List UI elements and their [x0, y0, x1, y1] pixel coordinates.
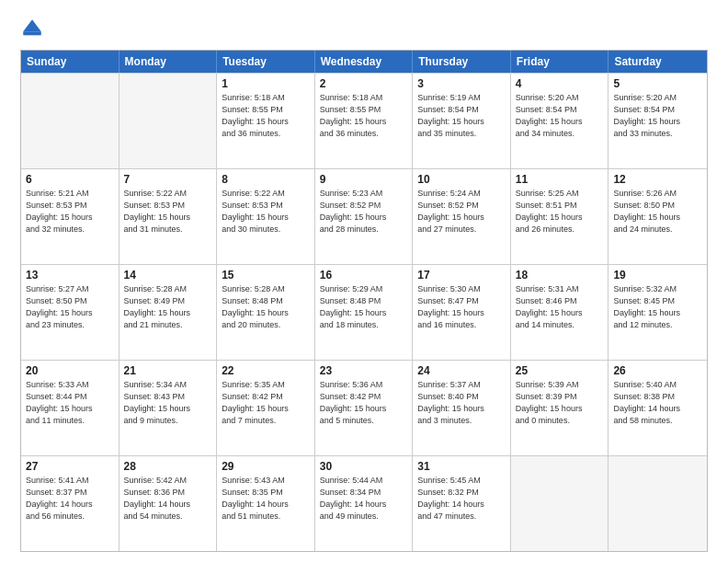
- day-info: Sunrise: 5:28 AM Sunset: 8:49 PM Dayligh…: [124, 283, 212, 331]
- day-info: Sunrise: 5:19 AM Sunset: 8:54 PM Dayligh…: [417, 92, 506, 140]
- svg-rect-1: [23, 31, 41, 35]
- day-info: Sunrise: 5:18 AM Sunset: 8:55 PM Dayligh…: [320, 92, 408, 140]
- calendar-row-0: 1Sunrise: 5:18 AM Sunset: 8:55 PM Daylig…: [21, 73, 707, 168]
- day-info: Sunrise: 5:21 AM Sunset: 8:53 PM Dayligh…: [26, 188, 114, 236]
- day-cell-9: 9Sunrise: 5:23 AM Sunset: 8:52 PM Daylig…: [315, 169, 414, 264]
- day-number: 7: [124, 173, 212, 186]
- day-cell-19: 19Sunrise: 5:32 AM Sunset: 8:45 PM Dayli…: [609, 265, 707, 360]
- day-cell-22: 22Sunrise: 5:35 AM Sunset: 8:42 PM Dayli…: [217, 361, 315, 455]
- day-info: Sunrise: 5:42 AM Sunset: 8:36 PM Dayligh…: [124, 475, 212, 523]
- day-cell-25: 25Sunrise: 5:39 AM Sunset: 8:39 PM Dayli…: [511, 361, 609, 455]
- day-cell-28: 28Sunrise: 5:42 AM Sunset: 8:36 PM Dayli…: [119, 456, 218, 551]
- day-cell-29: 29Sunrise: 5:43 AM Sunset: 8:35 PM Dayli…: [217, 456, 315, 551]
- day-number: 13: [26, 269, 114, 282]
- day-cell-11: 11Sunrise: 5:25 AM Sunset: 8:51 PM Dayli…: [511, 169, 609, 264]
- day-info: Sunrise: 5:32 AM Sunset: 8:45 PM Dayligh…: [613, 283, 702, 331]
- day-header-wednesday: Wednesday: [315, 51, 414, 73]
- calendar-header: SundayMondayTuesdayWednesdayThursdayFrid…: [21, 51, 707, 73]
- day-info: Sunrise: 5:37 AM Sunset: 8:40 PM Dayligh…: [417, 379, 506, 427]
- day-info: Sunrise: 5:27 AM Sunset: 8:50 PM Dayligh…: [26, 283, 114, 331]
- day-header-tuesday: Tuesday: [217, 51, 315, 73]
- logo-icon: [20, 17, 44, 40]
- day-info: Sunrise: 5:44 AM Sunset: 8:34 PM Dayligh…: [320, 475, 408, 523]
- day-info: Sunrise: 5:25 AM Sunset: 8:51 PM Dayligh…: [516, 188, 604, 236]
- day-cell-26: 26Sunrise: 5:40 AM Sunset: 8:38 PM Dayli…: [609, 361, 707, 455]
- day-cell-2: 2Sunrise: 5:18 AM Sunset: 8:55 PM Daylig…: [315, 74, 414, 168]
- day-cell-1: 1Sunrise: 5:18 AM Sunset: 8:55 PM Daylig…: [217, 74, 315, 168]
- day-info: Sunrise: 5:29 AM Sunset: 8:48 PM Dayligh…: [320, 283, 408, 331]
- day-info: Sunrise: 5:41 AM Sunset: 8:37 PM Dayligh…: [26, 475, 114, 523]
- day-number: 29: [222, 460, 310, 473]
- day-number: 26: [613, 364, 702, 377]
- header: [20, 17, 708, 40]
- day-cell-21: 21Sunrise: 5:34 AM Sunset: 8:43 PM Dayli…: [119, 361, 218, 455]
- day-info: Sunrise: 5:30 AM Sunset: 8:47 PM Dayligh…: [417, 283, 506, 331]
- day-cell-17: 17Sunrise: 5:30 AM Sunset: 8:47 PM Dayli…: [413, 265, 511, 360]
- day-header-sunday: Sunday: [21, 51, 119, 73]
- day-info: Sunrise: 5:20 AM Sunset: 8:54 PM Dayligh…: [613, 92, 702, 140]
- day-number: 9: [320, 173, 408, 186]
- empty-cell: [511, 456, 609, 551]
- day-info: Sunrise: 5:31 AM Sunset: 8:46 PM Dayligh…: [516, 283, 604, 331]
- day-info: Sunrise: 5:33 AM Sunset: 8:44 PM Dayligh…: [26, 379, 114, 427]
- day-header-friday: Friday: [511, 51, 609, 73]
- day-number: 5: [613, 77, 702, 90]
- day-cell-20: 20Sunrise: 5:33 AM Sunset: 8:44 PM Dayli…: [21, 361, 119, 455]
- day-info: Sunrise: 5:22 AM Sunset: 8:53 PM Dayligh…: [124, 188, 212, 236]
- day-cell-8: 8Sunrise: 5:22 AM Sunset: 8:53 PM Daylig…: [217, 169, 315, 264]
- day-number: 19: [613, 269, 702, 282]
- day-header-saturday: Saturday: [609, 51, 707, 73]
- day-cell-23: 23Sunrise: 5:36 AM Sunset: 8:42 PM Dayli…: [315, 361, 414, 455]
- calendar-row-4: 27Sunrise: 5:41 AM Sunset: 8:37 PM Dayli…: [21, 455, 707, 551]
- empty-cell: [119, 74, 218, 168]
- day-header-monday: Monday: [119, 51, 218, 73]
- calendar: SundayMondayTuesdayWednesdayThursdayFrid…: [20, 50, 708, 552]
- day-cell-31: 31Sunrise: 5:45 AM Sunset: 8:32 PM Dayli…: [413, 456, 511, 551]
- day-number: 20: [26, 364, 114, 377]
- day-cell-5: 5Sunrise: 5:20 AM Sunset: 8:54 PM Daylig…: [609, 74, 707, 168]
- day-cell-13: 13Sunrise: 5:27 AM Sunset: 8:50 PM Dayli…: [21, 265, 119, 360]
- day-info: Sunrise: 5:34 AM Sunset: 8:43 PM Dayligh…: [124, 379, 212, 427]
- day-cell-16: 16Sunrise: 5:29 AM Sunset: 8:48 PM Dayli…: [315, 265, 414, 360]
- day-number: 16: [320, 269, 408, 282]
- day-cell-6: 6Sunrise: 5:21 AM Sunset: 8:53 PM Daylig…: [21, 169, 119, 264]
- day-cell-24: 24Sunrise: 5:37 AM Sunset: 8:40 PM Dayli…: [413, 361, 511, 455]
- page: SundayMondayTuesdayWednesdayThursdayFrid…: [0, 0, 728, 563]
- day-number: 17: [417, 269, 506, 282]
- day-info: Sunrise: 5:23 AM Sunset: 8:52 PM Dayligh…: [320, 188, 408, 236]
- day-info: Sunrise: 5:36 AM Sunset: 8:42 PM Dayligh…: [320, 379, 408, 427]
- empty-cell: [21, 74, 119, 168]
- day-number: 30: [320, 460, 408, 473]
- day-cell-30: 30Sunrise: 5:44 AM Sunset: 8:34 PM Dayli…: [315, 456, 414, 551]
- day-number: 24: [417, 364, 506, 377]
- day-cell-4: 4Sunrise: 5:20 AM Sunset: 8:54 PM Daylig…: [511, 74, 609, 168]
- logo: [20, 17, 48, 40]
- day-cell-27: 27Sunrise: 5:41 AM Sunset: 8:37 PM Dayli…: [21, 456, 119, 551]
- day-number: 15: [222, 269, 310, 282]
- day-cell-10: 10Sunrise: 5:24 AM Sunset: 8:52 PM Dayli…: [413, 169, 511, 264]
- day-number: 28: [124, 460, 212, 473]
- calendar-row-3: 20Sunrise: 5:33 AM Sunset: 8:44 PM Dayli…: [21, 360, 707, 455]
- day-number: 6: [26, 173, 114, 186]
- calendar-body: 1Sunrise: 5:18 AM Sunset: 8:55 PM Daylig…: [21, 73, 707, 551]
- day-cell-15: 15Sunrise: 5:28 AM Sunset: 8:48 PM Dayli…: [217, 265, 315, 360]
- day-info: Sunrise: 5:20 AM Sunset: 8:54 PM Dayligh…: [516, 92, 604, 140]
- day-cell-12: 12Sunrise: 5:26 AM Sunset: 8:50 PM Dayli…: [609, 169, 707, 264]
- day-number: 21: [124, 364, 212, 377]
- day-info: Sunrise: 5:40 AM Sunset: 8:38 PM Dayligh…: [613, 379, 702, 427]
- day-info: Sunrise: 5:39 AM Sunset: 8:39 PM Dayligh…: [516, 379, 604, 427]
- day-info: Sunrise: 5:35 AM Sunset: 8:42 PM Dayligh…: [222, 379, 310, 427]
- day-number: 3: [417, 77, 506, 90]
- day-info: Sunrise: 5:24 AM Sunset: 8:52 PM Dayligh…: [417, 188, 506, 236]
- day-info: Sunrise: 5:43 AM Sunset: 8:35 PM Dayligh…: [222, 475, 310, 523]
- day-number: 25: [516, 364, 604, 377]
- day-number: 23: [320, 364, 408, 377]
- calendar-row-2: 13Sunrise: 5:27 AM Sunset: 8:50 PM Dayli…: [21, 264, 707, 360]
- day-number: 10: [417, 173, 506, 186]
- day-number: 4: [516, 77, 604, 90]
- day-number: 8: [222, 173, 310, 186]
- day-number: 11: [516, 173, 604, 186]
- day-header-thursday: Thursday: [413, 51, 511, 73]
- day-cell-14: 14Sunrise: 5:28 AM Sunset: 8:49 PM Dayli…: [119, 265, 218, 360]
- day-number: 22: [222, 364, 310, 377]
